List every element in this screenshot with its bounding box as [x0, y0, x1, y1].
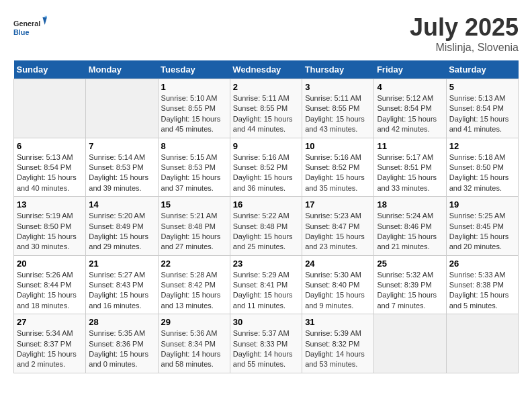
calendar-cell-w4-d5 — [374, 314, 446, 373]
day-info: Sunrise: 5:11 AMSunset: 8:55 PMDaylight:… — [305, 94, 365, 133]
logo-svg: General Blue — [13, 13, 47, 44]
calendar-cell-w1-d4: 10 Sunrise: 5:16 AMSunset: 8:52 PMDaylig… — [302, 138, 374, 197]
day-info: Sunrise: 5:35 AMSunset: 8:36 PMDaylight:… — [89, 329, 148, 368]
day-number: 16 — [233, 199, 299, 210]
day-info: Sunrise: 5:19 AMSunset: 8:50 PMDaylight:… — [17, 212, 77, 250]
day-info: Sunrise: 5:26 AMSunset: 8:44 PMDaylight:… — [17, 271, 77, 310]
calendar-cell-w2-d2: 15 Sunrise: 5:21 AMSunset: 8:48 PMDaylig… — [158, 197, 230, 256]
calendar-cell-w3-d1: 21 Sunrise: 5:27 AMSunset: 8:43 PMDaylig… — [86, 255, 158, 314]
day-info: Sunrise: 5:25 AMSunset: 8:45 PMDaylight:… — [449, 212, 509, 250]
day-number: 8 — [161, 141, 227, 151]
day-number: 21 — [89, 259, 154, 269]
calendar-cell-w4-d0: 27 Sunrise: 5:34 AMSunset: 8:37 PMDaylig… — [14, 314, 86, 373]
calendar-cell-w0-d2: 1 Sunrise: 5:10 AMSunset: 8:55 PMDayligh… — [158, 79, 230, 138]
header-friday: Friday — [374, 60, 446, 79]
calendar-cell-w0-d4: 3 Sunrise: 5:11 AMSunset: 8:55 PMDayligh… — [302, 79, 374, 138]
day-info: Sunrise: 5:30 AMSunset: 8:40 PMDaylight:… — [305, 271, 365, 310]
week-row-3: 20 Sunrise: 5:26 AMSunset: 8:44 PMDaylig… — [14, 255, 519, 314]
day-number: 1 — [161, 82, 227, 92]
calendar-cell-w2-d4: 17 Sunrise: 5:23 AMSunset: 8:47 PMDaylig… — [302, 197, 374, 256]
day-number: 5 — [449, 82, 515, 92]
day-number: 13 — [17, 199, 83, 210]
day-info: Sunrise: 5:13 AMSunset: 8:54 PMDaylight:… — [449, 94, 509, 133]
header-sunday: Sunday — [14, 60, 86, 79]
svg-marker-2 — [42, 17, 47, 25]
day-info: Sunrise: 5:15 AMSunset: 8:53 PMDaylight:… — [161, 153, 221, 192]
week-row-0: 1 Sunrise: 5:10 AMSunset: 8:55 PMDayligh… — [14, 79, 519, 138]
day-number: 4 — [377, 82, 443, 92]
calendar-cell-w4-d6 — [446, 314, 518, 373]
day-number: 18 — [377, 199, 443, 210]
day-info: Sunrise: 5:14 AMSunset: 8:53 PMDaylight:… — [89, 153, 148, 192]
day-info: Sunrise: 5:39 AMSunset: 8:32 PMDaylight:… — [305, 329, 365, 368]
day-number: 27 — [17, 317, 83, 327]
calendar-table: Sunday Monday Tuesday Wednesday Thursday… — [13, 60, 519, 373]
week-row-1: 6 Sunrise: 5:13 AMSunset: 8:54 PMDayligh… — [14, 138, 519, 197]
day-info: Sunrise: 5:29 AMSunset: 8:41 PMDaylight:… — [233, 271, 293, 310]
day-info: Sunrise: 5:20 AMSunset: 8:49 PMDaylight:… — [89, 212, 148, 250]
calendar-cell-w3-d2: 22 Sunrise: 5:28 AMSunset: 8:42 PMDaylig… — [158, 255, 230, 314]
day-number: 26 — [449, 259, 515, 269]
title-location: Mislinja, Slovenia — [410, 42, 519, 54]
header-tuesday: Tuesday — [158, 60, 230, 79]
day-number: 3 — [305, 82, 371, 92]
day-info: Sunrise: 5:16 AMSunset: 8:52 PMDaylight:… — [233, 153, 293, 192]
day-number: 12 — [449, 141, 515, 151]
day-number: 20 — [17, 259, 83, 269]
calendar-cell-w0-d5: 4 Sunrise: 5:12 AMSunset: 8:54 PMDayligh… — [374, 79, 446, 138]
calendar-cell-w1-d0: 6 Sunrise: 5:13 AMSunset: 8:54 PMDayligh… — [14, 138, 86, 197]
day-number: 28 — [89, 317, 154, 327]
day-info: Sunrise: 5:27 AMSunset: 8:43 PMDaylight:… — [89, 271, 148, 310]
day-number: 23 — [233, 259, 299, 269]
week-row-2: 13 Sunrise: 5:19 AMSunset: 8:50 PMDaylig… — [14, 197, 519, 256]
day-info: Sunrise: 5:12 AMSunset: 8:54 PMDaylight:… — [377, 94, 437, 133]
calendar-cell-w2-d3: 16 Sunrise: 5:22 AMSunset: 8:48 PMDaylig… — [230, 197, 302, 256]
day-number: 6 — [17, 141, 83, 151]
day-info: Sunrise: 5:17 AMSunset: 8:51 PMDaylight:… — [377, 153, 437, 192]
day-number: 9 — [233, 141, 299, 151]
calendar-cell-w2-d0: 13 Sunrise: 5:19 AMSunset: 8:50 PMDaylig… — [14, 197, 86, 256]
calendar-cell-w2-d5: 18 Sunrise: 5:24 AMSunset: 8:46 PMDaylig… — [374, 197, 446, 256]
day-info: Sunrise: 5:11 AMSunset: 8:55 PMDaylight:… — [233, 94, 293, 133]
day-info: Sunrise: 5:13 AMSunset: 8:54 PMDaylight:… — [17, 153, 77, 192]
day-info: Sunrise: 5:34 AMSunset: 8:37 PMDaylight:… — [17, 329, 77, 368]
header-saturday: Saturday — [446, 60, 518, 79]
day-number: 14 — [89, 199, 154, 210]
day-number: 2 — [233, 82, 299, 92]
day-info: Sunrise: 5:24 AMSunset: 8:46 PMDaylight:… — [377, 212, 437, 250]
day-number: 30 — [233, 317, 299, 327]
calendar-cell-w4-d2: 29 Sunrise: 5:36 AMSunset: 8:34 PMDaylig… — [158, 314, 230, 373]
day-info: Sunrise: 5:22 AMSunset: 8:48 PMDaylight:… — [233, 212, 293, 250]
day-info: Sunrise: 5:33 AMSunset: 8:38 PMDaylight:… — [449, 271, 509, 310]
day-info: Sunrise: 5:23 AMSunset: 8:47 PMDaylight:… — [305, 212, 365, 250]
title-month: July 2025 — [410, 13, 519, 42]
day-number: 15 — [161, 199, 227, 210]
calendar-cell-w4-d4: 31 Sunrise: 5:39 AMSunset: 8:32 PMDaylig… — [302, 314, 374, 373]
day-number: 7 — [89, 141, 154, 151]
day-info: Sunrise: 5:18 AMSunset: 8:50 PMDaylight:… — [449, 153, 509, 192]
day-info: Sunrise: 5:21 AMSunset: 8:48 PMDaylight:… — [161, 212, 221, 250]
day-number: 24 — [305, 259, 371, 269]
svg-text:General: General — [13, 19, 40, 28]
title-block: July 2025 Mislinja, Slovenia — [410, 13, 519, 54]
calendar-cell-w0-d1 — [86, 79, 158, 138]
calendar-header-row: Sunday Monday Tuesday Wednesday Thursday… — [14, 60, 519, 79]
week-row-4: 27 Sunrise: 5:34 AMSunset: 8:37 PMDaylig… — [14, 314, 519, 373]
calendar-cell-w3-d4: 24 Sunrise: 5:30 AMSunset: 8:40 PMDaylig… — [302, 255, 374, 314]
svg-text:Blue: Blue — [13, 28, 29, 36]
day-info: Sunrise: 5:32 AMSunset: 8:39 PMDaylight:… — [377, 271, 437, 310]
calendar-cell-w1-d5: 11 Sunrise: 5:17 AMSunset: 8:51 PMDaylig… — [374, 138, 446, 197]
day-info: Sunrise: 5:36 AMSunset: 8:34 PMDaylight:… — [161, 329, 221, 368]
day-info: Sunrise: 5:37 AMSunset: 8:33 PMDaylight:… — [233, 329, 293, 368]
day-number: 11 — [377, 141, 443, 151]
calendar-cell-w3-d3: 23 Sunrise: 5:29 AMSunset: 8:41 PMDaylig… — [230, 255, 302, 314]
header-thursday: Thursday — [302, 60, 374, 79]
calendar-cell-w2-d6: 19 Sunrise: 5:25 AMSunset: 8:45 PMDaylig… — [446, 197, 518, 256]
page-header: General Blue July 2025 Mislinja, Sloveni… — [13, 13, 519, 54]
calendar-cell-w3-d5: 25 Sunrise: 5:32 AMSunset: 8:39 PMDaylig… — [374, 255, 446, 314]
calendar-cell-w3-d6: 26 Sunrise: 5:33 AMSunset: 8:38 PMDaylig… — [446, 255, 518, 314]
day-info: Sunrise: 5:28 AMSunset: 8:42 PMDaylight:… — [161, 271, 221, 310]
calendar-cell-w1-d1: 7 Sunrise: 5:14 AMSunset: 8:53 PMDayligh… — [86, 138, 158, 197]
calendar-cell-w1-d2: 8 Sunrise: 5:15 AMSunset: 8:53 PMDayligh… — [158, 138, 230, 197]
calendar-cell-w0-d6: 5 Sunrise: 5:13 AMSunset: 8:54 PMDayligh… — [446, 79, 518, 138]
